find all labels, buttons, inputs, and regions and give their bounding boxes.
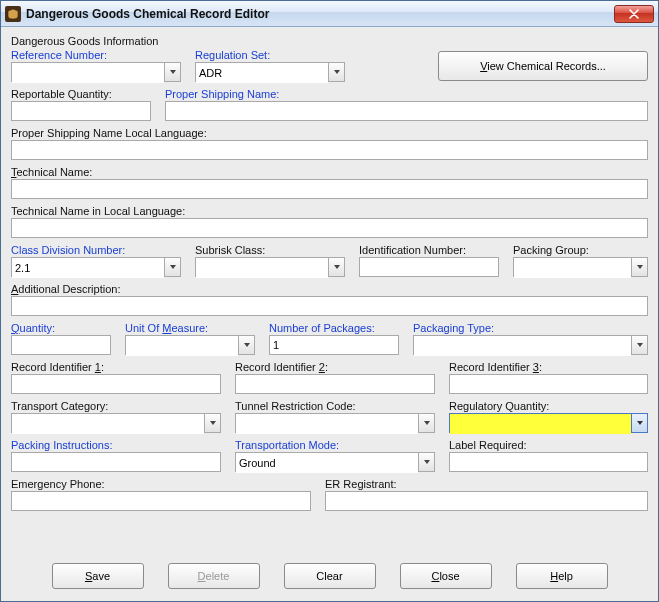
reportable-qty-input[interactable] [11,101,151,121]
label-num-packages: Number of Packages: [269,322,399,334]
label-packing-group: Packing Group: [513,244,648,256]
label-reportable-qty: Reportable Quantity: [11,88,151,100]
label-id-number: Identification Number: [359,244,499,256]
label-class-div: Class Division Number: [11,244,181,256]
title-bar: Dangerous Goods Chemical Record Editor [1,1,658,27]
window: Dangerous Goods Chemical Record Editor D… [0,0,659,602]
num-packages-input[interactable] [269,335,399,355]
transport-mode-combo[interactable] [235,452,435,472]
app-icon [5,6,21,22]
chevron-down-icon[interactable] [418,414,434,432]
label-packaging-type: Packaging Type: [413,322,648,334]
uom-input[interactable] [126,336,238,356]
chevron-down-icon[interactable] [328,258,344,276]
id-number-input[interactable] [359,257,499,277]
save-button[interactable]: Save [52,563,144,589]
rec-id3-input[interactable] [449,374,648,394]
label-add-desc: Additional Description: [11,283,648,295]
label-rec-id2: Record Identifier 2: [235,361,435,373]
delete-button: Delete [168,563,260,589]
group-title: Dangerous Goods Information [11,35,648,47]
close-window-button[interactable] [614,5,654,23]
clear-button[interactable]: Clear [284,563,376,589]
chevron-down-icon[interactable] [631,258,647,276]
transport-cat-combo[interactable] [11,413,221,433]
transport-cat-input[interactable] [12,414,204,434]
button-bar: Save Delete Clear Close Help [1,563,658,589]
help-button[interactable]: Help [516,563,608,589]
window-title: Dangerous Goods Chemical Record Editor [26,7,614,21]
class-div-input[interactable] [12,258,164,278]
label-tech-local: Technical Name in Local Language: [11,205,648,217]
label-transport-cat: Transport Category: [11,400,221,412]
label-emergency-phone: Emergency Phone: [11,478,311,490]
uom-combo[interactable] [125,335,255,355]
label-technical-name: Technical Name: [11,166,648,178]
technical-name-input[interactable] [11,179,648,199]
label-quantity: Quantity: [11,322,111,334]
label-subrisk: Subrisk Class: [195,244,345,256]
chevron-down-icon[interactable] [238,336,254,354]
chevron-down-icon[interactable] [164,63,180,81]
client-area: Dangerous Goods Information Reference Nu… [1,27,658,601]
reg-qty-input[interactable] [450,414,631,434]
rec-id1-input[interactable] [11,374,221,394]
label-req-input[interactable] [449,452,648,472]
label-rec-id1: Record Identifier 1: [11,361,221,373]
label-psn-local: Proper Shipping Name Local Language: [11,127,648,139]
packing-group-combo[interactable] [513,257,648,277]
reg-qty-combo[interactable] [449,413,648,433]
transport-mode-input[interactable] [236,453,418,473]
tunnel-input[interactable] [236,414,418,434]
label-packing-instr: Packing Instructions: [11,439,221,451]
packaging-type-input[interactable] [414,336,631,356]
chevron-down-icon[interactable] [631,336,647,354]
tech-local-input[interactable] [11,218,648,238]
psn-local-input[interactable] [11,140,648,160]
packing-group-input[interactable] [514,258,631,278]
view-chemical-records-button[interactable]: View Chemical Records... [438,51,648,81]
tunnel-combo[interactable] [235,413,435,433]
close-icon [629,9,639,19]
label-regulation-set: Regulation Set: [195,49,345,61]
subrisk-input[interactable] [196,258,328,278]
label-uom: Unit Of Measure: [125,322,255,334]
er-reg-input[interactable] [325,491,648,511]
label-er-reg: ER Registrant: [325,478,648,490]
packing-instr-input[interactable] [11,452,221,472]
class-div-combo[interactable] [11,257,181,277]
regulation-set-combo[interactable] [195,62,345,82]
reference-number-combo[interactable] [11,62,181,82]
close-button[interactable]: Close [400,563,492,589]
packaging-type-combo[interactable] [413,335,648,355]
chevron-down-icon[interactable] [418,453,434,471]
chevron-down-icon[interactable] [204,414,220,432]
label-reg-qty: Regulatory Quantity: [449,400,648,412]
regulation-set-input[interactable] [196,63,328,83]
label-reference-number: Reference Number: [11,49,181,61]
label-proper-shipping: Proper Shipping Name: [165,88,648,100]
rec-id2-input[interactable] [235,374,435,394]
chevron-down-icon[interactable] [164,258,180,276]
add-desc-input[interactable] [11,296,648,316]
quantity-input[interactable] [11,335,111,355]
proper-shipping-input[interactable] [165,101,648,121]
label-rec-id3: Record Identifier 3: [449,361,648,373]
chevron-down-icon[interactable] [631,414,647,432]
label-tunnel: Tunnel Restriction Code: [235,400,435,412]
chevron-down-icon[interactable] [328,63,344,81]
subrisk-combo[interactable] [195,257,345,277]
label-transport-mode: Transportation Mode: [235,439,435,451]
label-label-req: Label Required: [449,439,648,451]
emergency-phone-input[interactable] [11,491,311,511]
reference-number-input[interactable] [12,63,164,83]
